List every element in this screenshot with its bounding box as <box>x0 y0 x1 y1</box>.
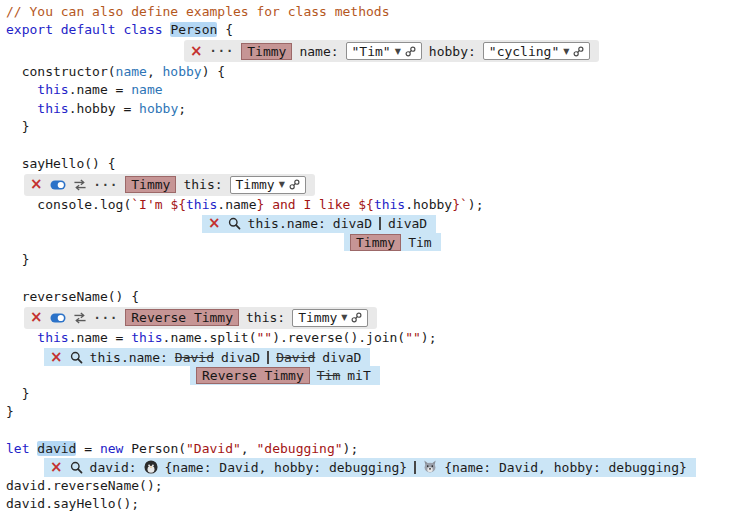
magnifier-icon[interactable] <box>70 351 83 364</box>
example-value: TimmiT <box>317 368 371 383</box>
wolf-icon <box>423 460 437 474</box>
value-divider <box>414 461 416 474</box>
code-line: this.name = name <box>6 81 749 99</box>
value-left: DaviddivaD <box>175 350 260 365</box>
close-icon[interactable]: × <box>190 44 203 59</box>
hobby-param-label: hobby: <box>429 44 476 59</box>
name-value-dropdown[interactable]: "Tim" ▼ <box>346 42 422 60</box>
new-value: miT <box>347 368 370 383</box>
penguin-icon <box>144 460 158 474</box>
code-line: } <box>6 385 749 403</box>
link-icon[interactable] <box>573 46 584 57</box>
link-icon[interactable] <box>289 179 300 190</box>
new-value: divaD <box>221 350 260 365</box>
value-right: divaD <box>388 216 427 231</box>
this-value-dropdown[interactable]: Timmy ▼ <box>230 176 306 194</box>
this-label: this: <box>183 177 222 192</box>
code-line: export default class Person { <box>6 21 749 39</box>
code-editor[interactable]: // You can also define examples for clas… <box>0 0 749 513</box>
example-chip[interactable]: Timmy <box>125 176 176 193</box>
code-line <box>6 270 749 288</box>
new-value: divaD <box>322 350 361 365</box>
value-right: {name: David, hobby: debugging} <box>444 460 687 475</box>
code-line: this.hobby = hobby; <box>6 100 749 118</box>
close-icon[interactable]: × <box>30 310 43 325</box>
value-left: {name: David, hobby: debugging} <box>165 460 408 475</box>
chevron-down-icon: ▼ <box>279 180 285 189</box>
close-icon[interactable]: × <box>50 460 63 475</box>
magnifier-icon[interactable] <box>70 461 83 474</box>
inline-result-reversename-example: Reverse Timmy TimmiT <box>190 366 380 384</box>
toggle-icon[interactable] <box>50 180 66 190</box>
link-icon[interactable] <box>405 46 416 57</box>
chevron-down-icon: ▼ <box>395 47 401 56</box>
code-line: david.sayHello(); <box>6 495 749 513</box>
close-icon[interactable]: × <box>50 350 63 365</box>
example-widget-class: × ··· Timmy name: "Tim" ▼ hobby: "cyclin… <box>184 40 599 62</box>
swap-arrows-icon[interactable] <box>73 312 87 324</box>
example-widget-reversename: × ··· Reverse Timmy this: Timmy ▼ <box>24 307 377 329</box>
code-line: } <box>6 403 749 421</box>
value-divider <box>267 351 269 364</box>
code-line: } <box>6 251 749 269</box>
old-value: Tim <box>317 368 340 383</box>
hobby-value-dropdown[interactable]: "cycling" ▼ <box>483 42 591 60</box>
value-label: this.name: <box>248 216 326 231</box>
inline-result-sayhello: × this.name: divaD divaD <box>202 215 436 233</box>
old-value: David <box>175 350 214 365</box>
code-line <box>6 421 749 439</box>
this-value-dropdown[interactable]: Timmy ▼ <box>292 309 368 327</box>
inline-result-david: × david: {name: David, hobby: debugging}… <box>44 458 696 476</box>
code-line <box>6 136 749 154</box>
value-left: divaD <box>333 216 372 231</box>
example-chip[interactable]: Timmy <box>350 234 401 251</box>
this-label: this: <box>246 310 285 325</box>
code-line: } <box>6 118 749 136</box>
old-value: David <box>276 350 315 365</box>
example-widget-sayhello: × ··· Timmy this: Timmy ▼ <box>24 174 315 196</box>
code-line: let david = new Person("David", "debuggi… <box>6 440 749 458</box>
value-right: DaviddivaD <box>276 350 361 365</box>
chevron-down-icon: ▼ <box>341 313 347 322</box>
example-chip[interactable]: Reverse Timmy <box>196 367 310 384</box>
inline-result-reversename: × this.name: DaviddivaD DaviddivaD <box>44 348 370 366</box>
more-options-icon[interactable]: ··· <box>94 178 119 192</box>
code-line: // You can also define examples for clas… <box>6 3 749 21</box>
link-icon[interactable] <box>351 312 362 323</box>
code-line: sayHello() { <box>6 155 749 173</box>
magnifier-icon[interactable] <box>228 217 241 230</box>
dropdown-value: "Tim" <box>352 44 391 59</box>
inline-result-sayhello-example: Timmy Tim <box>344 233 441 251</box>
dropdown-value: Timmy <box>298 310 337 325</box>
close-icon[interactable]: × <box>30 177 43 192</box>
code-line: reverseName() { <box>6 288 749 306</box>
code-line: console.log(`I'm ${this.name} and I like… <box>6 196 749 214</box>
name-param-label: name: <box>299 44 338 59</box>
toggle-icon[interactable] <box>50 313 66 323</box>
example-chip[interactable]: Reverse Timmy <box>125 309 239 326</box>
more-options-icon[interactable]: ··· <box>210 44 235 58</box>
value-label: david: <box>90 460 137 475</box>
value-divider <box>379 217 381 230</box>
code-line: this.name = this.name.split("").reverse(… <box>6 329 749 347</box>
close-icon[interactable]: × <box>208 216 221 231</box>
dropdown-value: Timmy <box>236 177 275 192</box>
example-value: Tim <box>408 235 431 250</box>
dropdown-value: "cycling" <box>489 44 559 59</box>
swap-arrows-icon[interactable] <box>73 179 87 191</box>
code-line: constructor(name, hobby) { <box>6 63 749 81</box>
value-label: this.name: <box>90 350 168 365</box>
example-chip[interactable]: Timmy <box>241 43 292 60</box>
chevron-down-icon: ▼ <box>563 47 569 56</box>
more-options-icon[interactable]: ··· <box>94 311 119 325</box>
code-line: david.reverseName(); <box>6 477 749 495</box>
